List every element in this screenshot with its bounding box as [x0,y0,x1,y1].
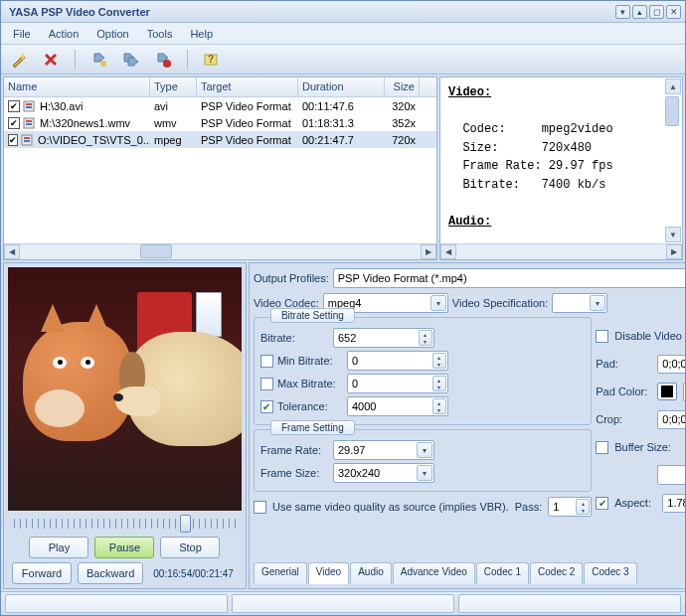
chevron-down-icon[interactable]: ▾ [430,295,446,311]
framerate-select[interactable]: 29.97▾ [333,440,434,460]
padcolor-swatch[interactable] [657,383,677,400]
chevron-down-icon[interactable]: ▾ [417,465,432,481]
titlebar: YASA PSP Video Converter ▾ ▴ ◻ ✕ [1,1,685,23]
maximize-button[interactable]: ◻ [649,5,664,19]
file-icon [21,133,35,147]
magic-wand-icon[interactable] [9,50,29,70]
chevron-down-icon[interactable]: ▾ [417,442,432,458]
svg-rect-5 [26,103,32,105]
tab-advance-video[interactable]: Advance Video [393,562,475,584]
menubar: File Action Option Tools Help [1,23,685,45]
minimize-button[interactable]: ▴ [632,5,647,19]
min-bitrate-checkbox[interactable] [260,355,273,368]
tolerance-input[interactable]: 4000▴▾ [347,396,448,416]
svg-rect-9 [26,123,32,125]
svg-rect-6 [26,106,32,108]
svg-rect-12 [24,140,30,142]
min-bitrate-input[interactable]: 0▴▾ [347,351,448,371]
info-panel: Video: Codec: mpeg2video Size: 720x480 F… [439,77,683,260]
framesize-select[interactable]: 320x240▾ [333,463,434,483]
menu-tools[interactable]: Tools [139,25,181,43]
col-size[interactable]: Size [385,77,420,96]
tolerance-checkbox[interactable]: ✔ [260,400,273,413]
svg-rect-8 [26,120,32,122]
padcolor-input[interactable]: clBlack [683,383,685,401]
menu-action[interactable]: Action [41,25,87,43]
info-vscroll[interactable]: ▲ ▼ [665,78,681,242]
close-button[interactable]: ✕ [666,5,681,19]
svg-point-0 [100,61,106,67]
info-hscroll[interactable]: ◀ ▶ [440,243,682,259]
status-cell [5,594,228,613]
statusbar [1,591,685,615]
seek-thumb[interactable] [180,515,191,533]
info-video-heading: Video: [448,85,491,99]
disable-video-checkbox[interactable] [596,330,608,343]
tab-codec2[interactable]: Codec 2 [530,562,583,584]
output-profiles-label: Output Profiles: [254,272,329,284]
pad-input[interactable]: 0;0;0;0 [657,355,685,374]
info-audio-heading: Audio: [448,215,491,229]
menu-file[interactable]: File [5,25,39,43]
table-row[interactable]: ✔H:\30.aviaviPSP Video Format00:11:47.63… [4,97,436,114]
bitrate-input[interactable]: 652▴▾ [333,328,434,348]
vbr-checkbox[interactable] [254,501,266,514]
tab-generial[interactable]: Generial [254,562,307,584]
crop-input[interactable]: 0;0;0;0 [657,410,685,429]
file-list-hscroll[interactable]: ◀ ▶ [4,243,436,259]
aspect-checkbox[interactable]: ✔ [596,497,608,510]
chevron-down-icon[interactable]: ▾ [590,295,605,311]
scroll-left-icon[interactable]: ◀ [440,244,456,259]
scroll-left-icon[interactable]: ◀ [4,244,20,259]
file-list[interactable]: Name Type Target Duration Size ✔H:\30.av… [3,77,437,260]
buffer-input[interactable]: ▴▾ [657,465,685,485]
pause-button[interactable]: Pause [94,537,154,558]
buffer-checkbox[interactable] [596,441,608,454]
window-title: YASA PSP Video Converter [5,6,615,18]
svg-rect-11 [24,137,30,139]
help-icon[interactable]: ? [202,50,222,70]
table-row[interactable]: ✔O:\VIDEO_TS\VTS_0...mpegPSP Video Forma… [4,131,436,148]
menu-option[interactable]: Option [88,25,136,43]
video-spec-select[interactable]: ▾ [552,293,607,313]
tab-video[interactable]: Video [308,562,349,584]
status-cell [232,594,454,613]
svg-point-1 [163,60,171,68]
tab-codec3[interactable]: Codec 3 [584,562,636,584]
scroll-down-icon[interactable]: ▼ [665,227,681,242]
delete-icon[interactable] [41,50,61,70]
svg-text:?: ? [208,54,214,65]
stop-button[interactable]: Stop [160,537,220,558]
frame-group: Frame Setting Frame Rate: 29.97▾ Frame S… [254,429,592,492]
max-bitrate-input[interactable]: 0▴▾ [347,374,448,393]
max-bitrate-checkbox[interactable] [260,378,273,390]
col-target[interactable]: Target [197,77,298,96]
convert-one-icon[interactable] [89,50,109,70]
row-checkbox[interactable]: ✔ [8,117,20,129]
convert-all-icon[interactable] [121,50,141,70]
play-button[interactable]: Play [29,537,88,558]
stop-convert-icon[interactable] [153,50,173,70]
row-checkbox[interactable]: ✔ [8,100,20,112]
output-profiles-select[interactable]: PSP Video Format (*.mp4) ▾ [333,268,685,288]
menu-help[interactable]: Help [182,25,221,43]
row-checkbox[interactable]: ✔ [8,134,18,146]
backward-button[interactable]: Backward [78,562,143,584]
pass-input[interactable]: 1▴▾ [548,497,592,517]
seek-slider[interactable] [14,521,236,527]
tab-codec1[interactable]: Codec 1 [476,562,529,584]
scroll-right-icon[interactable]: ▶ [666,244,682,259]
scroll-right-icon[interactable]: ▶ [421,244,436,259]
settings-tabs: Generial Video Audio Advance Video Codec… [254,562,685,584]
col-type[interactable]: Type [150,77,197,96]
col-name[interactable]: Name [4,77,150,96]
tab-audio[interactable]: Audio [350,562,392,584]
scroll-up-icon[interactable]: ▲ [665,78,681,94]
minimize-all-icon[interactable]: ▾ [615,5,630,19]
file-icon [23,99,37,113]
table-row[interactable]: ✔M:\320news1.wmvwmvPSP Video Format01:18… [4,114,436,131]
status-cell [458,594,681,613]
aspect-input[interactable]: 1.78 [662,494,685,513]
col-duration[interactable]: Duration [298,77,385,96]
forward-button[interactable]: Forward [12,562,72,584]
